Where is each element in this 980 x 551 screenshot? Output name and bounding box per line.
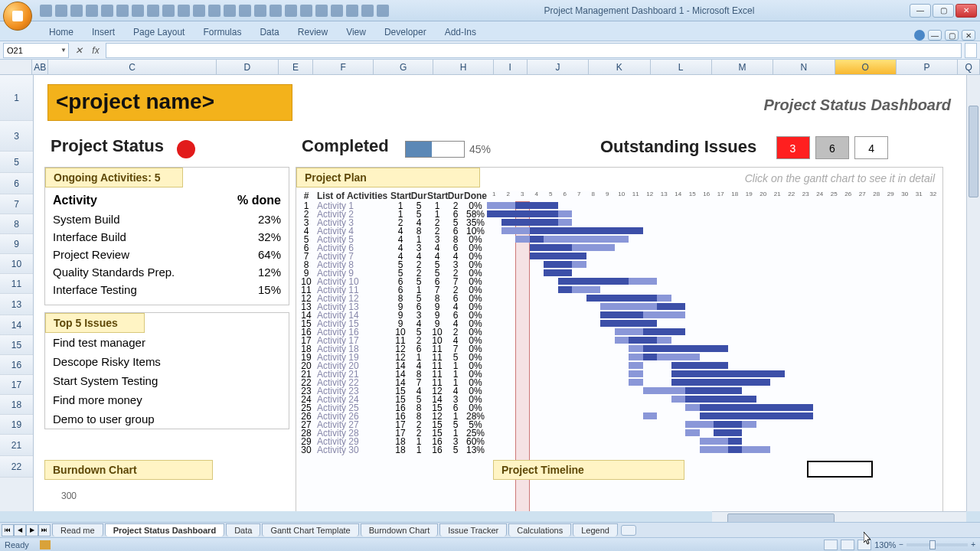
- column-header[interactable]: H: [433, 60, 493, 74]
- save-icon[interactable]: [40, 5, 52, 17]
- expand-formula-bar[interactable]: [965, 43, 977, 58]
- help-icon[interactable]: [914, 30, 925, 41]
- row-header[interactable]: 11: [0, 274, 33, 294]
- ribbon-tab-add-ins[interactable]: Add-Ins: [436, 24, 485, 41]
- qat-icon[interactable]: [377, 5, 389, 17]
- column-header[interactable]: O: [835, 60, 897, 74]
- row-header[interactable]: 19: [0, 415, 33, 435]
- qat-icon[interactable]: [315, 5, 328, 17]
- fx-icon[interactable]: fx: [89, 44, 103, 57]
- qat-icon[interactable]: [208, 5, 220, 17]
- ribbon-minimize-button[interactable]: —: [928, 30, 942, 41]
- ribbon-restore-button[interactable]: ▢: [945, 30, 959, 41]
- row-header[interactable]: 18: [0, 395, 33, 415]
- sheet-tab[interactable]: Burndown Chart: [361, 523, 439, 536]
- redo-icon[interactable]: [70, 5, 83, 17]
- column-header[interactable]: M: [712, 60, 773, 74]
- ribbon-tab-insert[interactable]: Insert: [83, 24, 124, 41]
- vertical-scrollbar[interactable]: [966, 75, 980, 511]
- ribbon-tab-formulas[interactable]: Formulas: [194, 24, 250, 41]
- office-button[interactable]: [3, 2, 32, 31]
- worksheet[interactable]: 13567891011131415161718192122 <project n…: [0, 75, 966, 511]
- cancel-icon[interactable]: ✕: [72, 44, 86, 57]
- tab-nav-next[interactable]: ▶: [26, 524, 38, 536]
- sheet-tab[interactable]: Data: [226, 523, 260, 536]
- qat-icon[interactable]: [254, 5, 266, 17]
- minimize-button[interactable]: —: [910, 4, 931, 18]
- row-header[interactable]: 22: [0, 456, 33, 478]
- formula-input[interactable]: [106, 43, 962, 58]
- macro-record-icon[interactable]: [40, 540, 51, 549]
- sheet-content[interactable]: <project name> Project Status Dashboard …: [34, 75, 966, 511]
- qat-icon[interactable]: [346, 5, 358, 17]
- qat-icon[interactable]: [285, 5, 297, 17]
- zoom-slider-thumb[interactable]: [929, 540, 936, 549]
- zoom-out-button[interactable]: −: [899, 540, 903, 549]
- column-header[interactable]: D: [217, 60, 278, 74]
- ribbon-tab-review[interactable]: Review: [289, 24, 337, 41]
- qat-icon[interactable]: [193, 5, 205, 17]
- sheet-tab[interactable]: Issue Tracker: [439, 523, 507, 536]
- row-header[interactable]: 21: [0, 435, 33, 456]
- row-header[interactable]: 15: [0, 335, 33, 355]
- qat-icon[interactable]: [361, 5, 374, 17]
- row-header[interactable]: 8: [0, 214, 33, 234]
- ribbon-tab-data[interactable]: Data: [250, 24, 288, 41]
- row-header[interactable]: 5: [0, 152, 33, 173]
- tab-nav-first[interactable]: ⏮: [2, 524, 14, 536]
- print-icon[interactable]: [86, 5, 98, 17]
- qat-icon[interactable]: [147, 5, 159, 17]
- close-button[interactable]: ✕: [956, 4, 977, 18]
- selected-cell-indicator[interactable]: [807, 461, 873, 478]
- column-header[interactable]: F: [313, 60, 373, 74]
- qat-icon[interactable]: [132, 5, 144, 17]
- qat-icon[interactable]: [116, 5, 129, 17]
- column-header[interactable]: I: [494, 60, 528, 74]
- column-header[interactable]: L: [651, 60, 712, 74]
- row-header[interactable]: 16: [0, 355, 33, 375]
- qat-icon[interactable]: [270, 5, 282, 17]
- row-header[interactable]: 7: [0, 194, 33, 214]
- column-header[interactable]: J: [528, 60, 589, 74]
- row-header[interactable]: 13: [0, 294, 33, 315]
- zoom-slider[interactable]: [906, 543, 968, 546]
- row-header[interactable]: 3: [0, 121, 33, 152]
- sheet-tab[interactable]: Calculations: [508, 523, 571, 536]
- ribbon-tab-home[interactable]: Home: [40, 24, 83, 41]
- tab-nav-prev[interactable]: ◀: [14, 524, 26, 536]
- qat-icon[interactable]: [101, 5, 113, 17]
- page-break-view-button[interactable]: [858, 540, 871, 550]
- ribbon-tab-view[interactable]: View: [337, 24, 375, 41]
- qat-icon[interactable]: [331, 5, 343, 17]
- name-box[interactable]: O21▼: [3, 43, 69, 58]
- qat-icon[interactable]: [239, 5, 251, 17]
- project-name-cell[interactable]: <project name>: [47, 84, 292, 121]
- row-header[interactable]: 1: [0, 75, 33, 121]
- row-header[interactable]: 17: [0, 375, 33, 395]
- dropdown-icon[interactable]: ▼: [60, 47, 68, 54]
- sheet-tab[interactable]: Gantt Chart Template: [262, 523, 358, 536]
- qat-icon[interactable]: [162, 5, 175, 17]
- sheet-tab[interactable]: Legend: [573, 523, 618, 536]
- undo-icon[interactable]: [55, 5, 67, 17]
- new-sheet-button[interactable]: [621, 525, 636, 536]
- maximize-button[interactable]: ▢: [933, 4, 954, 18]
- row-header[interactable]: 9: [0, 234, 33, 254]
- sheet-tab[interactable]: Read me: [52, 523, 103, 536]
- qat-icon[interactable]: [224, 5, 236, 17]
- column-header[interactable]: Q: [958, 60, 980, 74]
- column-header[interactable]: G: [374, 60, 433, 74]
- qat-icon[interactable]: [178, 5, 190, 17]
- zoom-in-button[interactable]: +: [971, 540, 975, 549]
- page-layout-view-button[interactable]: [841, 540, 854, 550]
- select-all-corner[interactable]: [0, 60, 32, 74]
- tab-nav-last[interactable]: ⏭: [38, 524, 51, 536]
- row-header[interactable]: 10: [0, 254, 33, 274]
- qat-icon[interactable]: [300, 5, 312, 17]
- sheet-tab[interactable]: Project Status Dashboard: [105, 523, 224, 536]
- normal-view-button[interactable]: [824, 540, 838, 550]
- ribbon-tab-developer[interactable]: Developer: [375, 24, 436, 41]
- column-header[interactable]: P: [897, 60, 958, 74]
- row-header[interactable]: 14: [0, 315, 33, 335]
- ribbon-tab-page-layout[interactable]: Page Layout: [124, 24, 194, 41]
